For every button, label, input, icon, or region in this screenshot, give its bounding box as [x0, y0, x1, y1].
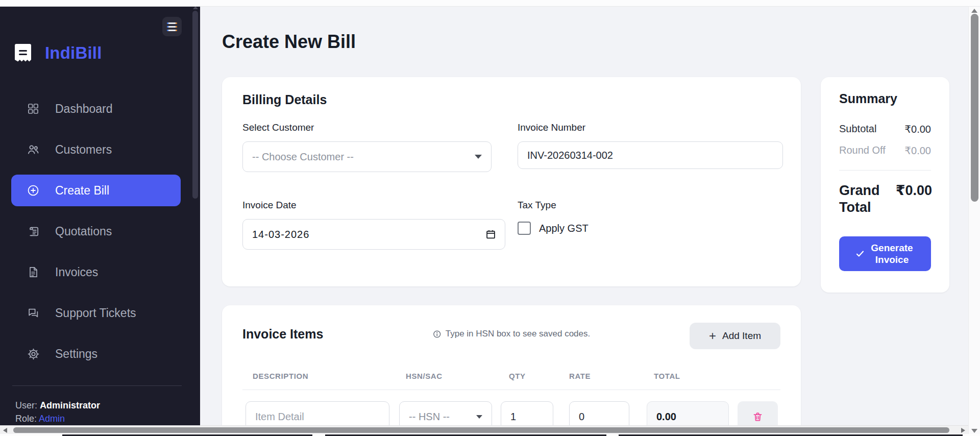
sidebar-item-label: Quotations [55, 225, 112, 238]
scroll-up-arrow[interactable] [971, 9, 977, 13]
sidebar-user-info: User: Administrator Role: Admin [15, 399, 100, 425]
sidebar-nav: Dashboard Customers Create Bill Quotatio… [0, 88, 192, 374]
apply-gst-checkbox[interactable] [518, 222, 531, 235]
receipt-icon [14, 43, 32, 63]
sidebar-item-create-bill[interactable]: Create Bill [11, 175, 181, 206]
invoice-date-input[interactable] [242, 219, 505, 250]
table-divider [242, 390, 780, 390]
col-hsn-sac: HSN/SAC [406, 372, 443, 380]
sidebar-scrollbar[interactable] [191, 7, 200, 434]
invoice-date-field[interactable] [242, 219, 505, 250]
sidebar-item-invoices[interactable]: Invoices [0, 252, 192, 293]
invoice-date-label: Invoice Date [242, 200, 297, 211]
grand-total-value: ₹0.00 [896, 182, 932, 216]
sidebar-item-dashboard[interactable]: Dashboard [0, 88, 192, 129]
summary-divider [839, 170, 931, 171]
sidebar-scrollbar-thumb[interactable] [192, 11, 198, 199]
sidebar-divider [12, 385, 182, 386]
check-icon [855, 249, 865, 258]
hsn-select-value: -- HSN -- [409, 411, 450, 423]
user-name: Administrator [40, 400, 100, 410]
subtotal-value: ₹0.00 [904, 123, 931, 135]
add-item-label: Add Item [722, 330, 761, 342]
sidebar: IndiBill Dashboard Customers Create Bill [0, 7, 200, 434]
top-strip [0, 0, 980, 7]
invoice-number-label: Invoice Number [518, 122, 585, 133]
app-logo[interactable]: IndiBill [14, 43, 102, 63]
horizontal-scrollbar[interactable] [0, 425, 968, 434]
quotations-icon [27, 225, 40, 238]
app-window: IndiBill Dashboard Customers Create Bill [0, 0, 980, 436]
scroll-down-arrow[interactable] [971, 429, 977, 433]
summary-heading: Summary [839, 91, 897, 106]
invoices-icon [27, 265, 40, 279]
invoice-items-header: Invoice Items Type in HSN box to see sav… [242, 323, 780, 351]
sidebar-item-label: Support Tickets [55, 306, 136, 320]
hsn-hint-text: Type in HSN box to see saved codes. [446, 329, 591, 339]
generate-invoice-label: Generate Invoice [869, 242, 915, 265]
billing-details-heading: Billing Details [242, 92, 327, 107]
tax-type-label: Tax Type [518, 200, 556, 211]
invoice-items-heading: Invoice Items [242, 327, 323, 342]
sidebar-item-label: Customers [55, 143, 112, 157]
customer-select[interactable]: -- Choose Customer -- [242, 141, 492, 172]
customers-icon [27, 143, 40, 156]
billing-details-card: Billing Details Select Customer -- Choos… [222, 77, 801, 286]
sidebar-item-label: Invoices [55, 265, 98, 279]
vertical-scrollbar-thumb[interactable] [971, 14, 978, 202]
horizontal-scrollbar-thumb[interactable] [13, 427, 949, 433]
col-rate: RATE [569, 372, 591, 380]
dashboard-icon [27, 102, 40, 115]
role-line: Role: Admin [15, 412, 100, 425]
subtotal-row: Subtotal ₹0.00 [839, 123, 931, 135]
roundoff-row: Round Off ₹0.00 [839, 144, 931, 157]
select-customer-label: Select Customer [242, 122, 314, 133]
sidebar-item-label: Dashboard [55, 102, 113, 116]
subtotal-label: Subtotal [839, 123, 876, 135]
bottom-edge [0, 434, 980, 436]
generate-invoice-button[interactable]: Generate Invoice [839, 236, 931, 271]
sidebar-item-customers[interactable]: Customers [0, 129, 192, 170]
app-name: IndiBill [45, 43, 102, 63]
plus-icon: + [709, 329, 716, 343]
chevron-down-icon [475, 155, 482, 159]
col-qty: QTY [509, 372, 526, 380]
support-tickets-icon [27, 306, 40, 320]
scroll-left-arrow[interactable] [3, 428, 7, 433]
summary-card: Summary Subtotal ₹0.00 Round Off ₹0.00 G… [821, 77, 949, 293]
roundoff-value: ₹0.00 [904, 144, 931, 157]
scroll-right-arrow[interactable] [961, 428, 965, 433]
grand-total-label: Grand Total [839, 182, 893, 216]
hsn-hint: Type in HSN box to see saved codes. [433, 329, 591, 339]
user-role: Admin [39, 414, 65, 424]
col-total: TOTAL [654, 372, 680, 380]
sidebar-toggle-button[interactable] [162, 17, 182, 36]
apply-gst-row: Apply GST [518, 222, 589, 235]
col-description: DESCRIPTION [253, 372, 308, 380]
main-content: Create New Bill Billing Details Select C… [200, 7, 968, 434]
roundoff-label: Round Off [839, 144, 886, 157]
apply-gst-label: Apply GST [539, 223, 589, 234]
page-title: Create New Bill [222, 31, 356, 53]
calendar-icon[interactable] [485, 229, 496, 240]
sidebar-item-support-tickets[interactable]: Support Tickets [0, 293, 192, 333]
add-item-button[interactable]: + Add Item [690, 323, 780, 349]
sidebar-item-settings[interactable]: Settings [0, 333, 192, 374]
info-icon [433, 330, 442, 338]
vertical-scrollbar[interactable] [968, 7, 980, 436]
customer-select-value: -- Choose Customer -- [252, 151, 354, 163]
invoice-number-input[interactable] [518, 141, 783, 169]
chevron-down-icon [476, 415, 482, 419]
hamburger-icon [167, 22, 177, 24]
sidebar-item-quotations[interactable]: Quotations [0, 211, 192, 252]
user-line: User: Administrator [15, 399, 100, 412]
sidebar-item-label: Create Bill [55, 184, 109, 198]
invoice-items-card: Invoice Items Type in HSN box to see sav… [222, 305, 801, 436]
create-bill-icon [27, 184, 40, 197]
sidebar-item-label: Settings [55, 347, 97, 361]
trash-icon [752, 411, 763, 422]
settings-icon [27, 347, 40, 360]
grand-total-row: Grand Total ₹0.00 [839, 182, 932, 216]
